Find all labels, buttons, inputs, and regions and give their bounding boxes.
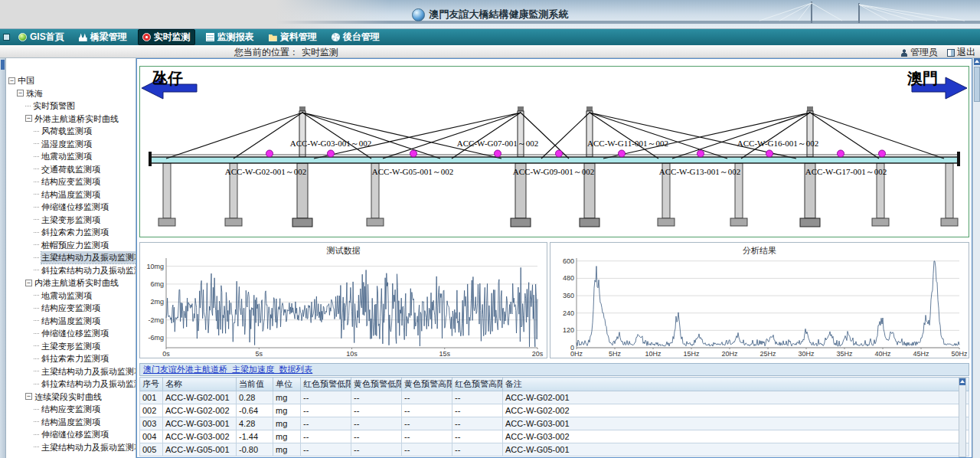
column-header[interactable]: 名称	[163, 378, 237, 391]
tree-item[interactable]: 主梁结构动力及振动监测项	[6, 365, 136, 378]
table-scroll-up-button[interactable]	[959, 378, 965, 385]
cell: -0.80	[237, 443, 273, 456]
column-header[interactable]: 当前值	[237, 378, 273, 391]
tree-item[interactable]: 伸缩缝位移监测项	[6, 201, 136, 214]
table-row[interactable]: 004ACC-W-G03-002-1.44mg--------ACC-W-G03…	[140, 430, 969, 443]
breadcrumb: 您当前的位置：实时监测	[234, 46, 338, 59]
column-header[interactable]: 单位	[273, 378, 301, 391]
collapse-icon[interactable]: −	[25, 280, 32, 286]
svg-text:5s: 5s	[255, 350, 263, 358]
tree-item[interactable]: 主梁结构动力及振动监测项	[6, 441, 136, 454]
tree-item-label: 结构温度监测项	[41, 315, 100, 327]
tree-item-label: 伸缩缝位移监测项	[41, 327, 109, 339]
nav-item-gis-home[interactable]: GIS首頁	[15, 30, 68, 44]
column-header[interactable]: 序号	[140, 378, 163, 391]
scroll-thumb[interactable]	[974, 67, 980, 102]
table-row[interactable]: 001ACC-W-G02-0010.28mg--------ACC-W-G02-…	[140, 391, 969, 404]
cell: ACC-W-G03-001	[503, 417, 969, 430]
nav-item-realtime[interactable]: 实时监测	[138, 29, 195, 45]
cell: --	[402, 430, 452, 443]
collapse-icon[interactable]: −	[25, 393, 32, 400]
sensor-dot	[556, 150, 563, 157]
main-scrollbar[interactable]	[972, 58, 980, 458]
tree-item[interactable]: 结构应变监测项	[6, 403, 136, 416]
app-title: 澳門友誼大橋結構健康監測系統	[430, 8, 569, 21]
tree-connector	[34, 156, 39, 157]
tree-connector	[34, 207, 39, 208]
tree-item[interactable]: 斜拉索结构动力及振动监测项	[6, 264, 136, 277]
tree-item[interactable]: 风荷载监测项	[6, 125, 136, 138]
collapse-icon[interactable]: −	[25, 115, 32, 122]
table-row[interactable]: 003ACC-W-G03-0014.28mg--------ACC-W-G03-…	[140, 417, 969, 430]
tree-connector	[34, 308, 39, 309]
tree-item[interactable]: 交通荷载监测项	[6, 163, 136, 176]
sidebar-splitter[interactable]	[0, 58, 6, 458]
tree-connector	[34, 434, 39, 435]
nav-item-bridge-mgmt[interactable]: 橋梁管理	[75, 30, 131, 44]
tree-item[interactable]: 地震动监测项	[6, 290, 136, 303]
tree-connector	[34, 143, 39, 144]
tree-item[interactable]: −珠海	[6, 87, 136, 100]
tree-item-label: 结构应变监测项	[41, 302, 100, 314]
tree-item[interactable]: 地震动监测项	[6, 150, 136, 163]
tree-item[interactable]: 伸缩缝位移监测项	[6, 327, 136, 340]
cell: ACC-W-G03-002	[163, 430, 237, 443]
collapse-icon[interactable]: −	[8, 77, 15, 84]
cell: --	[301, 391, 351, 404]
nav-item-admin[interactable]: 後台管理	[328, 30, 384, 44]
tree-connector	[34, 194, 39, 195]
tree-item-label: 主梁结构动力及振动监测项	[41, 251, 136, 263]
table-row[interactable]: 002ACC-W-G02-002-0.64mg--------ACC-W-G02…	[140, 404, 969, 417]
table-row[interactable]: 005ACC-W-G05-001-0.80mg--------ACC-W-G05…	[140, 443, 969, 456]
svg-text:15s: 15s	[439, 350, 450, 358]
cell: --	[402, 417, 452, 430]
tree-item[interactable]: −内港主航道桥实时曲线	[6, 276, 136, 290]
tree-item[interactable]: 结构温度监测项	[6, 416, 136, 429]
tree-item[interactable]: 主梁变形监测项	[6, 214, 136, 227]
user-menu[interactable]: 管理员	[900, 46, 938, 59]
tree-item-label: 斜拉索索力监测项	[41, 226, 109, 238]
column-header[interactable]: 红色预警低限	[301, 378, 351, 391]
svg-text:5Hz: 5Hz	[609, 350, 622, 358]
analysis-plot: 01202403604806000Hz5Hz10Hz15Hz20Hz25Hz30…	[550, 255, 969, 358]
nav-item-reports[interactable]: 监测报表	[202, 30, 258, 44]
logout-button[interactable]: 退出	[947, 46, 975, 59]
tree-item[interactable]: 斜拉索索力监测项	[6, 352, 136, 365]
cell: mg	[273, 404, 301, 417]
splitter-handle[interactable]	[1, 60, 5, 70]
tree-item[interactable]: 结构温度监测项	[6, 188, 136, 201]
cell: --	[351, 391, 402, 404]
tree-item[interactable]: −中国	[6, 74, 136, 87]
tree-item[interactable]: 温湿度监测项	[6, 138, 136, 151]
tree-connector	[34, 409, 39, 410]
collapse-icon[interactable]: −	[17, 90, 24, 97]
scroll-up-button[interactable]	[974, 58, 980, 65]
sensor-label: ACC-W-G17-001～002	[805, 166, 887, 178]
cell: 001	[140, 391, 163, 404]
tree-item[interactable]: 主梁变形监测项	[6, 340, 136, 353]
column-header[interactable]: 黄色预警高限	[402, 378, 452, 391]
nav-item-data-mgmt[interactable]: 資料管理	[265, 30, 321, 44]
globe-icon	[18, 33, 27, 41]
tree-item[interactable]: 伸缩缝位移监测项	[6, 428, 136, 441]
app-logo-icon	[412, 8, 425, 21]
tree-item[interactable]: 主梁结构动力及振动监测项	[6, 251, 136, 264]
sensor-label: ACC-W-G13-001～002	[659, 166, 740, 178]
column-header[interactable]: 红色预警高限	[452, 378, 503, 391]
cell: 002	[140, 404, 163, 417]
tree-item[interactable]: 斜拉索索力监测项	[6, 226, 136, 239]
tree-item[interactable]: −外港主航道桥实时曲线	[6, 113, 136, 126]
tree-item[interactable]: 结构应变监测项	[6, 302, 136, 315]
tree-item[interactable]: 实时预警图	[6, 100, 136, 113]
column-header[interactable]: 黄色预警低限	[351, 378, 402, 391]
data-list-tab[interactable]: 澳门友谊外港主航道桥_主梁加速度_数据列表	[143, 364, 312, 375]
column-header[interactable]: 备注	[503, 378, 969, 391]
cell: -1.44	[237, 430, 273, 443]
cell: mg	[273, 443, 301, 456]
table-scrollbar[interactable]	[959, 378, 966, 457]
tree-item[interactable]: 斜拉索结构动力及振动监测项	[6, 378, 136, 391]
tree-item[interactable]: −连续梁段实时曲线	[6, 391, 136, 404]
tree-item[interactable]: 结构应变监测项	[6, 175, 136, 188]
tree-item[interactable]: 结构温度监测项	[6, 315, 136, 328]
tree-item[interactable]: 桩帽预应力监测项	[6, 239, 136, 252]
